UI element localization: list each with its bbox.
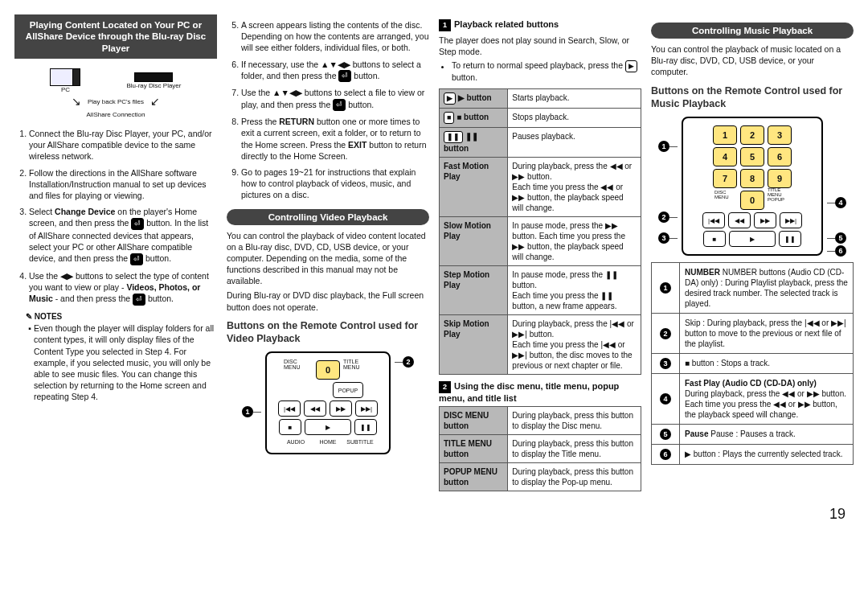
disc-menu-head: 2Using the disc menu, title menu, popup … [439,381,641,403]
callout-2: —2 [395,356,414,368]
title-menu-label: TITLE MENU [343,360,372,368]
callout-4: —4 [827,197,846,208]
stop-icon: ■ [703,231,726,247]
playback-p1: The player does not play sound in Search… [439,35,641,57]
column-1: Playing Content Located on Your PC or Al… [14,14,217,498]
video-remote-title: Buttons on the Remote Control used for V… [227,319,429,346]
play-icon: ▶ [625,60,637,72]
playback-buttons-head: 1Playback related buttons [439,19,641,31]
callout-1: 1— [658,141,678,152]
row-1-desc: NUMBER NUMBER buttons (Audio CD (CD-DA) … [680,263,854,314]
step-3: Select Change Device on the player's Hom… [29,206,217,265]
music-buttons-table: 1NUMBER NUMBER buttons (Audio CD (CD-DA)… [651,262,854,465]
step-6: If necessary, use the ▲▼◀▶ buttons to se… [241,59,429,83]
step-4: Use the ◀▶ buttons to select the type of… [29,270,217,306]
audio-label: AUDIO [281,437,310,446]
step-2: Follow the directions in the AllShare so… [29,167,217,202]
section-header-video: Controlling Video Playback [227,209,429,225]
pause-icon: ❚❚ [779,231,801,247]
setup-steps-cont: A screen appears listing the contents of… [227,19,429,201]
subtitle-label: SUBTITLE [346,437,375,446]
row-popupmenu: POPUP MENU button [440,462,508,491]
column-4: Controlling Music Playback You can contr… [651,14,854,498]
row-stop: ■ ■ button [440,108,508,127]
row-5-desc: Pause Pause : Pauses a track. [680,425,854,445]
diagram-label-bdp: Blu-ray Disc Player [126,82,181,89]
disc-menu-label: DISC MENU [284,360,313,368]
skip-prev-icon: |◀◀ [278,400,301,417]
callout-6: —6 [827,245,846,257]
row-fast: Fast Motion Play [440,157,508,216]
section-header-allshare: Playing Content Located on Your PC or Al… [14,14,217,59]
row-4-desc: Fast Play (Audio CD (CD-DA) only)During … [680,374,854,425]
row-6-desc: ▶ button : Plays the currently selected … [680,445,854,465]
row-step: Step Motion Play [440,265,508,314]
home-label: HOME [313,437,342,446]
row-pause: ❚❚ ❚❚ button [440,127,508,157]
popup-key: POPUP [333,382,363,398]
diagram-label-pc: PC [61,86,70,93]
row-2-num: 2 [652,314,680,354]
skip-next-icon: ▶▶| [780,212,802,228]
row-2-desc: Skip : During playback, press the |◀◀ or… [680,314,854,354]
row-3-num: 3 [652,354,680,374]
callout-2: 2— [658,212,678,223]
pause-icon: ❚❚ [354,419,377,435]
play-icon: ▶ [305,419,351,435]
row-titlemenu: TITLE MENU button [440,434,508,462]
manual-page: Playing Content Located on Your PC or Al… [0,0,868,506]
menu-table: DISC MENU buttonDuring playback, press t… [439,406,641,491]
key-2: 2 [740,125,764,145]
key-0: 0 [740,191,764,210]
column-3: 1Playback related buttons The player doe… [439,14,641,498]
rewind-icon: ◀◀ [304,400,326,417]
video-remote-diagram: DISC MENU 0 TITLE MENU POPUP |◀◀ ◀◀ ▶▶ ▶… [244,351,412,454]
video-p1: You can control the playback of video co… [227,230,429,287]
diagram-note: Play back PC's files [88,98,144,105]
skip-next-icon: ▶▶| [355,400,378,417]
row-4-num: 4 [652,374,680,425]
step-8: Press the RETURN button one or more time… [241,116,429,162]
callout-3: 3— [658,232,678,244]
step-5: A screen appears listing the contents of… [241,19,429,54]
key-7: 7 [713,169,737,188]
row-discmenu: DISC MENU button [440,406,508,434]
video-p2: During Blu-ray or DVD disc playback, the… [227,290,429,312]
playback-bullet: To return to normal speed playback, pres… [452,60,641,84]
row-slow: Slow Motion Play [440,216,508,265]
key-8: 8 [740,169,764,188]
step-1: Connect the Blu-ray Disc Player, your PC… [29,128,217,162]
setup-steps: Connect the Blu-ray Disc Player, your PC… [14,128,217,306]
key-6: 6 [768,147,792,166]
row-1-num: 1 [652,263,680,314]
key-9: 9 [768,169,792,188]
row-5-num: 5 [652,425,680,445]
column-2: A screen appears listing the contents of… [227,14,429,498]
diagram-connection: AllShare Connection [27,111,204,118]
skip-prev-icon: |◀◀ [702,212,725,228]
row-6-num: 6 [652,445,680,465]
playback-table: ▶ ▶ buttonStarts playback. ■ ■ buttonSto… [439,88,641,375]
allshare-diagram: PC Blu-ray Disc Player ↘ Play back PC's … [23,64,209,123]
rewind-icon: ◀◀ [728,212,751,228]
row-skip: Skip Motion Play [440,314,508,374]
arrow-icon: ↙ [150,95,160,108]
music-remote-title: Buttons on the Remote Control used for M… [651,84,854,111]
row-play: ▶ ▶ button [440,88,508,108]
stop-icon: ■ [279,419,301,435]
section-header-music: Controlling Music Playback [651,23,854,39]
key-5: 5 [740,147,764,166]
enter-icon: ⏎ [131,218,144,230]
arrow-icon: ↘ [72,95,81,108]
enter-icon: ⏎ [333,99,346,111]
step-9: Go to pages 19~21 for instructions that … [241,166,429,201]
notes-list: Even though the player will display fold… [34,322,217,402]
key-3: 3 [768,125,792,145]
notes-heading: NOTES [26,312,217,321]
play-icon: ▶ [729,231,776,247]
music-p1: You can control the playback of music lo… [651,43,854,78]
music-remote-diagram: 123 456 789 DISC MENU0TITLE MENUPOPUP |◀… [660,117,845,256]
page-number: 19 [0,506,868,534]
key-0: 0 [316,360,340,380]
key-4: 4 [713,147,737,166]
